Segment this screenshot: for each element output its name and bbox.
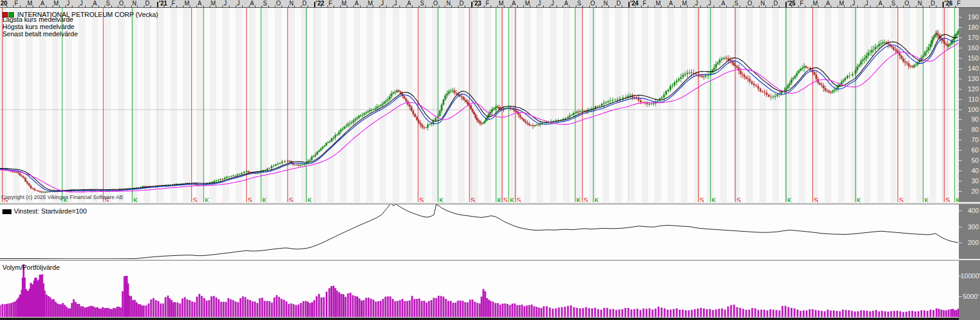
axis-tick <box>530 5 530 7</box>
month-label: N <box>132 0 137 7</box>
axis-tick <box>779 5 779 7</box>
axis-value-label: 190 <box>961 14 979 21</box>
axis-tick <box>347 5 347 7</box>
copyright-text: Copyright (c) 2025 Vikingen Financial So… <box>1 194 123 200</box>
month-label: A <box>407 0 411 7</box>
vinstest-chart[interactable] <box>0 204 959 259</box>
axis-tick <box>641 5 642 7</box>
axis-tick <box>425 5 426 7</box>
axis-value-label: 100 <box>961 106 979 113</box>
axis-tick <box>589 5 590 7</box>
axis-value-label: 40 <box>961 168 979 174</box>
month-label: N <box>446 0 451 7</box>
axis-tick <box>53 5 53 7</box>
time-axis[interactable]: 20FMAMJJASOND'21FMAMJJASOND'22FMAMJJASON… <box>0 0 980 8</box>
month-label: A <box>40 0 45 7</box>
month-label: J <box>538 0 541 7</box>
axis-tick <box>700 5 701 7</box>
month-label: O <box>276 0 281 7</box>
volume-legend: Volym/Portföljvärde <box>2 261 60 272</box>
month-label: A <box>93 0 97 7</box>
month-label: D <box>302 0 306 7</box>
axis-tick <box>203 5 204 7</box>
year-tick <box>628 2 630 7</box>
axis-tick <box>59 5 60 7</box>
axis-tick <box>137 5 138 7</box>
axis-tick <box>301 5 301 7</box>
axis-tick <box>543 5 544 7</box>
axis-value-label: 120 <box>961 86 979 93</box>
axis-tick <box>275 5 276 7</box>
month-label: M <box>211 0 216 7</box>
axis-tick <box>92 5 92 7</box>
axis-tick <box>242 5 243 7</box>
panel-splitter-2[interactable] <box>0 259 980 261</box>
axis-tick <box>458 5 459 7</box>
month-label: J <box>224 0 227 7</box>
axis-tick <box>582 5 583 7</box>
year-label: '25 <box>787 0 796 7</box>
month-label: M <box>682 0 687 7</box>
month-label: D <box>616 0 621 7</box>
axis-tick <box>517 5 518 7</box>
month-label: O <box>590 0 595 7</box>
month-label: M <box>656 0 660 7</box>
main-legend: INTERNATIONAL PETROLEUM CORP (Vecka) Läg… <box>2 8 158 38</box>
axis-tick <box>733 5 733 7</box>
axis-tick <box>602 5 602 7</box>
axis-tick <box>451 5 452 7</box>
axis-tick <box>340 5 341 7</box>
axis-tick <box>393 5 393 7</box>
axis-tick <box>282 5 282 7</box>
axis-tick <box>622 5 622 7</box>
axis-value-label: 60 <box>961 147 979 154</box>
axis-tick <box>465 5 465 7</box>
month-label: A <box>826 0 830 7</box>
axis-tick <box>46 5 47 7</box>
axis-tick <box>432 5 433 7</box>
year-label: '22 <box>316 0 324 7</box>
month-label: O <box>119 0 124 7</box>
axis-tick <box>811 5 812 7</box>
axis-tick <box>26 5 27 7</box>
axis-tick <box>648 5 648 7</box>
month-label: O <box>433 0 438 7</box>
axis-tick <box>537 5 537 7</box>
axis-tick <box>851 5 851 7</box>
year-label: '26 <box>944 0 953 7</box>
year-tick <box>471 2 472 7</box>
month-label: J <box>394 0 397 7</box>
axis-tick <box>720 5 720 7</box>
axis-value-label: 70 <box>961 137 979 143</box>
month-label: A <box>355 0 359 7</box>
month-label: D <box>459 0 463 7</box>
month-label: J <box>852 0 855 7</box>
axis-tick <box>923 5 923 7</box>
volume-panel: Volym/Portföljvärde <box>0 261 959 318</box>
month-label: F <box>172 0 175 7</box>
axis-tick <box>556 5 557 7</box>
axis-tick <box>386 5 387 7</box>
value-axis-gutter[interactable]: 2030405060708090100110120130140150160170… <box>959 8 980 320</box>
month-label: M <box>341 0 346 7</box>
axis-tick <box>222 5 223 7</box>
legend-series-last: Senast betalt medelvärde <box>2 30 158 38</box>
price-panel: SSSSSSSSSSSSSSSKKKKKKKKKKKKKKK INTERNATI… <box>0 8 959 203</box>
axis-tick <box>268 5 269 7</box>
axis-tick <box>13 5 14 7</box>
axis-tick <box>740 5 740 7</box>
axis-value-label: 50 <box>961 157 979 164</box>
vinstest-panel: Vinstest: Startvärde=100 <box>0 204 959 259</box>
month-label: M <box>27 0 32 7</box>
month-label: J <box>237 0 240 7</box>
month-label: N <box>289 0 294 7</box>
axis-tick <box>523 5 524 7</box>
panel-splitter-1[interactable] <box>0 202 980 204</box>
axis-tick <box>65 5 66 7</box>
axis-tick <box>772 5 773 7</box>
axis-value-label: 180 <box>961 24 979 31</box>
axis-tick <box>687 5 688 7</box>
axis-value-label: 200 <box>961 240 979 246</box>
volume-chart[interactable] <box>0 261 959 318</box>
month-label: D <box>930 0 935 7</box>
